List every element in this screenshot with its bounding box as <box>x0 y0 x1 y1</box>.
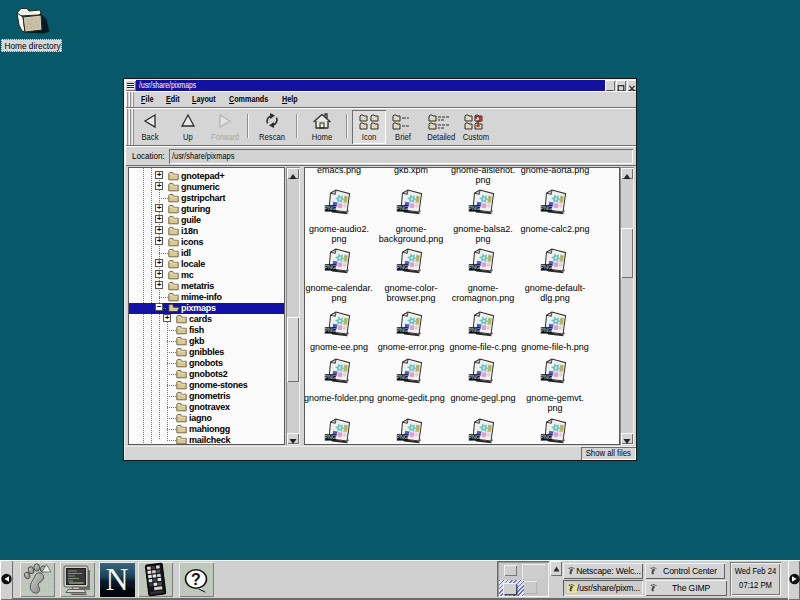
svg-text:?: ? <box>191 571 201 588</box>
svg-text:?: ? <box>475 113 483 130</box>
